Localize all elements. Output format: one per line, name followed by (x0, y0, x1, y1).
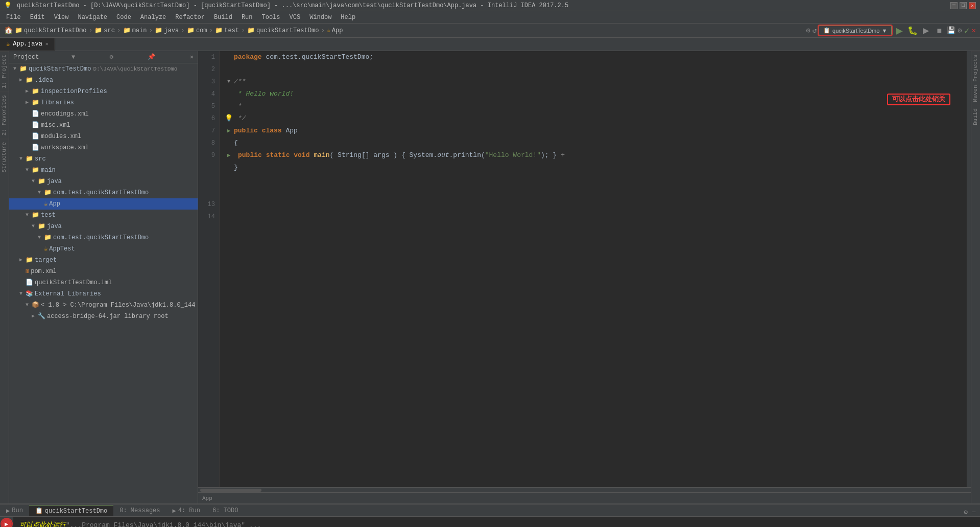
menu-run[interactable]: Run (237, 13, 257, 22)
run-play-circle-button[interactable]: ▶ (2, 519, 12, 527)
tree-item-main-java[interactable]: ▼ 📁 java (9, 176, 198, 187)
vertical-scrollbar[interactable] (967, 51, 971, 487)
tree-item-com-test[interactable]: ▼ 📁 com.test.qucikStartTestDmo (9, 232, 198, 243)
file-tab-label: App.java (13, 40, 42, 48)
menu-refactor[interactable]: Refactor (171, 13, 209, 22)
menu-help[interactable]: Help (337, 13, 360, 22)
breadcrumb-com[interactable]: 📁 com (187, 27, 207, 34)
project-icon: 🏠 (4, 26, 13, 35)
tree-item-target[interactable]: ▶ 📁 target (9, 255, 198, 266)
scrollbar-thumb[interactable] (200, 489, 261, 492)
tree-item-modules[interactable]: 📄 modules.xml (9, 131, 198, 142)
folder-icon-com: 📁 (187, 27, 195, 34)
project-panel-close[interactable]: ✕ (190, 53, 194, 61)
tree-item-inspection[interactable]: ▶ 📁 inspectionProfiles (9, 86, 198, 97)
file-tab-app[interactable]: ☕ App.java ✕ (0, 38, 55, 51)
horizontal-scrollbar[interactable] (198, 487, 971, 492)
run-arrow-7[interactable]: ▶ (227, 125, 231, 137)
toolbar-icon-save[interactable]: 💾 (947, 26, 955, 35)
menu-analyze[interactable]: Analyze (136, 13, 170, 22)
project-panel-settings[interactable]: ⚙ (110, 53, 113, 61)
tab-todo[interactable]: 6: TODO (206, 505, 244, 516)
file-tab-close[interactable]: ✕ (45, 41, 49, 47)
breadcrumb-app[interactable]: ☕ App (327, 27, 343, 34)
stop-button[interactable]: ■ (934, 25, 945, 36)
build-panel[interactable]: Build (971, 105, 980, 128)
menu-edit[interactable]: Edit (26, 13, 49, 22)
close-button[interactable]: ✕ (969, 2, 976, 9)
fold-icon-3[interactable]: ▼ (227, 76, 230, 88)
run-arrow-9[interactable]: ▶ (227, 149, 231, 162)
breadcrumb-src[interactable]: 📁 src (94, 27, 115, 34)
menu-view[interactable]: View (50, 13, 73, 22)
code-content[interactable]: package com.test.qucikStartTestDmo; ▼ /*… (220, 51, 967, 487)
tree-item-ext-libs[interactable]: ▼ 📚 External Libraries (9, 288, 198, 300)
run-play-button[interactable]: ▶ (894, 25, 905, 36)
menu-code[interactable]: Code (112, 13, 135, 22)
tree-item-libraries[interactable]: ▶ 📁 libraries (9, 97, 198, 108)
line-numbers: 1 2 3 4 5 6 7 8 9 13 14 (198, 51, 220, 487)
menu-navigate[interactable]: Navigate (74, 13, 111, 22)
main-layout: 1: Project 2: Favorites Structure Projec… (0, 51, 980, 503)
tab-qucik[interactable]: 📋 qucikStartTestDmo (29, 505, 113, 516)
maven-projects-panel[interactable]: Maven Projects (971, 51, 980, 105)
project-panel: Project ▼ ⚙ 📌 ✕ ▼ 📁 qucikStartTestDmo D:… (9, 51, 198, 503)
folder-icon-main: 📁 (123, 27, 131, 34)
tree-item-src[interactable]: ▼ 📁 src (9, 153, 198, 165)
window-title: qucikStartTestDmo - [D:\JAVA\qucikStartT… (17, 2, 568, 9)
panel-1-project[interactable]: 1: Project (0, 51, 9, 91)
breadcrumb-package[interactable]: 📁 qucikStartTestDmo (247, 27, 319, 34)
tree-item-idea[interactable]: ▶ 📁 .idea (9, 75, 198, 86)
toolbar-icon-1[interactable]: ⚙ (806, 26, 810, 35)
menu-build[interactable]: Build (210, 13, 236, 22)
tree-item-main[interactable]: ▼ 📁 main (9, 165, 198, 176)
toolbar-icon-2[interactable]: ↺ (812, 26, 817, 35)
tab-messages[interactable]: 0: Messages (113, 505, 166, 516)
menu-tools[interactable]: Tools (258, 13, 284, 22)
menu-file[interactable]: File (2, 13, 25, 22)
tree-item-com-main[interactable]: ▼ 📁 com.test.qucikStartTestDmo (9, 187, 198, 198)
toolbar-icon-settings[interactable]: ⚙ (958, 26, 962, 35)
project-panel-pin[interactable]: 📌 (148, 53, 155, 61)
maximize-button[interactable]: □ (960, 2, 967, 9)
debug-button[interactable]: 🐛 (907, 25, 918, 36)
bulb-icon[interactable]: 💡 (225, 112, 233, 125)
tree-item-jdk[interactable]: ▼ 📦 < 1.8 > C:\Program Files\Java\jdk1.8… (9, 300, 198, 311)
breadcrumb-test[interactable]: 📁 test (215, 27, 239, 34)
tree-item-misc[interactable]: 📄 misc.xml (9, 120, 198, 131)
tree-item-jar[interactable]: ▶ 🔧 access-bridge-64.jar library root (9, 311, 198, 322)
breadcrumb-java[interactable]: 📁 java (155, 27, 179, 34)
tree-item-pom[interactable]: m pom.xml (9, 266, 198, 277)
console-output: 可以点此处运行"...Program Files\Java\jdk1.8.0_1… (13, 517, 980, 527)
xml-icon-encodings: 📄 (32, 109, 39, 119)
tree-item-apptest[interactable]: ☕ AppTest (9, 243, 198, 255)
tab-run-label[interactable]: ▶ Run (0, 505, 29, 516)
tree-item-test-java[interactable]: ▼ 📁 java (9, 221, 198, 232)
code-line-4: * Hello world! (224, 88, 963, 100)
breadcrumb-main[interactable]: 📁 main (123, 27, 147, 34)
tree-item-test-dir[interactable]: ▼ 📁 test (9, 210, 198, 221)
tree-item-workspace[interactable]: 📄 workspace.xml (9, 142, 198, 153)
java-icon-app: ☕ (44, 199, 47, 209)
panel-structure[interactable]: Structure (0, 139, 9, 175)
bottom-settings-icon[interactable]: ⚙ (964, 508, 968, 516)
fold-icon-9[interactable]: + (561, 149, 565, 162)
menu-vcs[interactable]: VCS (285, 13, 305, 22)
tree-item-encodings[interactable]: 📄 encodings.xml (9, 108, 198, 120)
run-with-coverage-button[interactable]: ▶ (920, 25, 931, 36)
menu-window[interactable]: Window (305, 13, 336, 22)
tab-run-4[interactable]: ▶ 4: Run (166, 505, 206, 516)
jdk-icon: 📦 (32, 300, 39, 310)
panel-2-favorites[interactable]: 2: Favorites (0, 91, 9, 139)
window-controls[interactable]: ─ □ ✕ (950, 2, 976, 9)
run-config-button[interactable]: 📋 qucikStartTestDmo ▼ (819, 26, 892, 35)
project-panel-dropdown[interactable]: ▼ (71, 54, 75, 61)
breadcrumb-root[interactable]: 📁 qucikStartTestDmo (15, 27, 86, 34)
tree-item-iml[interactable]: 📄 qucikStartTestDmo.iml (9, 277, 198, 288)
minimize-button[interactable]: ─ (950, 2, 958, 9)
java-icon-apptest: ☕ (44, 244, 47, 254)
left-side-panels: 1: Project 2: Favorites Structure (0, 51, 9, 503)
tree-item-root[interactable]: ▼ 📁 qucikStartTestDmo D:\JAVA\qucikStart… (9, 63, 198, 75)
tree-item-app[interactable]: ☕ App (9, 198, 198, 210)
bottom-hide-icon[interactable]: − (972, 509, 976, 516)
